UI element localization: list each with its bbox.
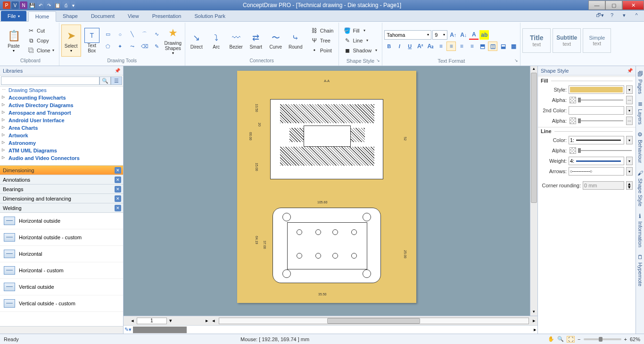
lib-item[interactable]: Area Charts xyxy=(0,124,123,132)
lib-item[interactable]: Android User Interface xyxy=(0,117,123,124)
stencil-item[interactable]: Vertical outside xyxy=(0,279,123,295)
pin-icon[interactable]: 📌 xyxy=(115,68,120,73)
vtab-layers[interactable]: ≣Layers xyxy=(637,101,643,125)
library-search-input[interactable] xyxy=(1,76,99,85)
cut-button[interactable]: ✂Cut xyxy=(25,26,57,35)
hand-tool-icon[interactable]: ✋ xyxy=(548,336,554,342)
pen-tool-icon[interactable]: ✎ xyxy=(152,42,162,52)
ribbon-window-icon[interactable]: 🗗▾ xyxy=(596,11,603,19)
stencil-header[interactable]: Dimensioning and tolerancing✕ xyxy=(0,194,123,203)
copy-button[interactable]: ⧉Copy xyxy=(25,36,57,45)
vtab-behaviour[interactable]: ⚙Behaviour xyxy=(637,131,643,163)
arc-tool-icon[interactable]: ⌒ xyxy=(140,29,150,40)
lib-item[interactable]: Astronomy xyxy=(0,139,123,147)
line-alpha-slider[interactable] xyxy=(569,146,633,155)
line-color-combo[interactable]: 1: xyxy=(569,136,624,144)
drawing-canvas[interactable]: A-A 13.50 20 66.00 15.00 52 xyxy=(124,66,530,316)
preset-subtitle[interactable]: Subtitletext xyxy=(553,28,581,53)
preset-simple[interactable]: Simpletext xyxy=(583,28,611,53)
ribbon-dropdown-icon[interactable]: ▾ xyxy=(620,11,628,19)
valign-top-icon[interactable]: ⬒ xyxy=(478,42,487,51)
star-tool-icon[interactable]: ✦ xyxy=(115,42,125,52)
tab-document[interactable]: Document xyxy=(84,11,121,21)
font-family-combo[interactable]: Tahoma▾ xyxy=(384,30,431,40)
qat-redo-icon[interactable]: ↷ xyxy=(45,1,53,9)
curve-connector[interactable]: 〜Curve xyxy=(266,31,285,50)
align-left-icon[interactable]: ≡ xyxy=(436,42,446,51)
bold-button[interactable]: B xyxy=(384,42,394,51)
select-tool[interactable]: ➤ Select▾ xyxy=(61,25,81,57)
lib-item[interactable]: Active Directory Diagrams xyxy=(0,101,123,109)
arc-connector[interactable]: ⤵Arc xyxy=(207,31,226,50)
round-connector[interactable]: ⤷Round xyxy=(286,31,305,50)
stencil-header[interactable]: Annotations✕ xyxy=(0,175,123,185)
subscript-button[interactable]: A₂ xyxy=(426,42,435,51)
corner-rounding-input[interactable]: 0 mm xyxy=(583,181,624,190)
lib-item[interactable]: Audio and Video Connectors xyxy=(0,154,123,162)
line-tool-icon[interactable]: ╲ xyxy=(127,29,138,40)
superscript-button[interactable]: A² xyxy=(415,42,425,51)
lib-item[interactable]: Artwork xyxy=(0,132,123,139)
close-icon[interactable]: ✕ xyxy=(115,167,121,174)
dialog-launcher-icon[interactable]: ↘ xyxy=(376,58,380,63)
ellipse-tool-icon[interactable]: ○ xyxy=(115,29,125,40)
line-weight-combo[interactable]: 4: xyxy=(569,157,624,165)
columns-icon[interactable]: ▦ xyxy=(509,42,518,51)
direct-connector[interactable]: ↘Direct xyxy=(187,31,206,50)
clone-button[interactable]: ⿻Clone ▾ xyxy=(25,46,57,55)
ribbon-collapse-icon[interactable]: ^ xyxy=(633,11,640,19)
highlight-icon[interactable]: ab xyxy=(479,30,489,40)
tab-home[interactable]: Home xyxy=(28,11,56,22)
font-size-combo[interactable]: 9▾ xyxy=(432,30,447,40)
qat-more-icon[interactable]: ▾ xyxy=(71,1,75,9)
zoom-slider[interactable] xyxy=(584,338,621,340)
lib-item[interactable]: Aerospace and Transport xyxy=(0,109,123,117)
palette-more-icon[interactable]: ▸ xyxy=(534,327,537,333)
stencil-header[interactable]: Dimensioning✕ xyxy=(0,166,123,175)
align-right-icon[interactable]: ≡ xyxy=(457,42,466,51)
close-icon[interactable]: ✕ xyxy=(115,195,121,202)
left-panel-scrollbar[interactable] xyxy=(0,326,123,334)
qat-save-icon[interactable]: 💾 xyxy=(28,1,36,9)
tree-connector[interactable]: ΨTree xyxy=(308,36,337,45)
eraser-tool-icon[interactable]: ⌫ xyxy=(140,42,150,52)
lib-item[interactable]: Accounting Flowcharts xyxy=(0,94,123,101)
dialog-launcher-icon[interactable]: ↘ xyxy=(514,58,518,63)
tab-shape[interactable]: Shape xyxy=(56,11,84,21)
bezier-connector[interactable]: 〰Bezier xyxy=(227,31,246,50)
polygon-tool-icon[interactable]: ⬠ xyxy=(103,42,113,52)
maximize-button[interactable]: ▢ xyxy=(605,0,622,10)
qat-paste-icon[interactable]: 📋 xyxy=(54,1,61,9)
close-icon[interactable]: ✕ xyxy=(115,205,121,211)
chain-connector[interactable]: ⛓Chain xyxy=(308,26,337,35)
italic-button[interactable]: I xyxy=(395,42,404,51)
textbox-tool[interactable]: T Text Box xyxy=(82,25,102,57)
tab-presentation[interactable]: Presentation xyxy=(146,11,188,21)
fill-button[interactable]: 🪣Fill▾ xyxy=(341,26,380,35)
pin-icon[interactable]: 📌 xyxy=(627,68,633,73)
stencil-item[interactable]: Horizontal outside - custom xyxy=(0,229,123,246)
shrink-font-icon[interactable]: A↓ xyxy=(459,30,468,40)
scroll-left-icon[interactable]: ◂ xyxy=(129,318,136,324)
stencil-item[interactable]: Horizontal xyxy=(0,246,123,262)
close-button[interactable]: ✕ xyxy=(622,0,644,10)
font-color-icon[interactable]: A xyxy=(469,30,479,40)
qat-visio-icon[interactable]: V xyxy=(11,1,19,9)
smart-connector[interactable]: ⇄Smart xyxy=(247,31,265,50)
vtab-information[interactable]: ℹInformation xyxy=(637,213,643,247)
second-alpha-slider[interactable] xyxy=(569,117,624,125)
zoom-tool-icon[interactable]: 🔍 xyxy=(557,336,564,342)
connector-tool-icon[interactable]: ⤳ xyxy=(127,42,138,52)
lib-item[interactable]: Drawing Shapes xyxy=(0,86,123,94)
library-view-toggle[interactable]: ☰ xyxy=(111,76,122,85)
valign-mid-icon[interactable]: ◫ xyxy=(488,42,497,51)
library-list[interactable]: Drawing Shapes Accounting Flowcharts Act… xyxy=(0,86,123,166)
close-icon[interactable]: ✕ xyxy=(115,186,121,193)
qat-undo-icon[interactable]: ↶ xyxy=(37,1,44,9)
palette-dropper-icon[interactable]: ✎▾ xyxy=(124,327,133,333)
line-button[interactable]: ✎Line▾ xyxy=(341,36,380,45)
vertical-scrollbar[interactable]: ▴▾ xyxy=(530,66,537,316)
align-justify-icon[interactable]: ≡ xyxy=(467,42,477,51)
close-icon[interactable]: ✕ xyxy=(115,176,121,183)
fill-alpha-slider[interactable] xyxy=(569,96,624,104)
